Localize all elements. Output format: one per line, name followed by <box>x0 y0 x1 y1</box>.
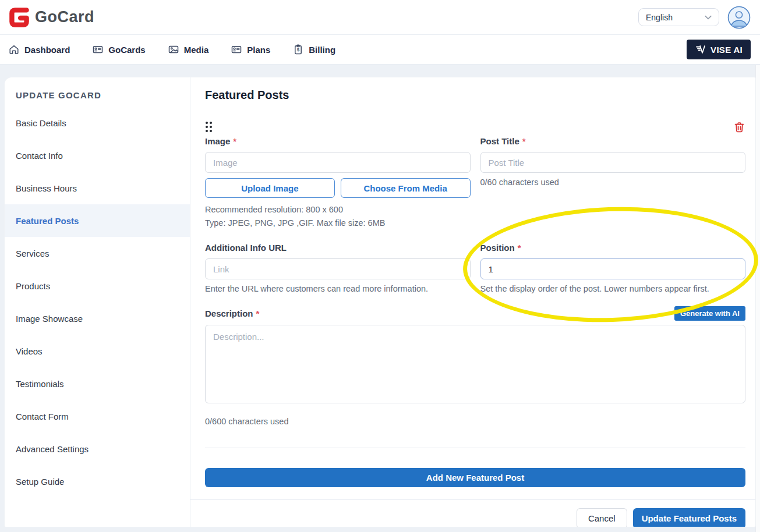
section-divider <box>205 448 745 448</box>
svg-text:$: $ <box>297 47 300 52</box>
description-counter: 0/600 characters used <box>205 417 745 426</box>
nav-item-dashboard[interactable]: Dashboard <box>8 44 70 55</box>
image-label: Image* <box>205 136 471 146</box>
post-title-label: Post Title* <box>480 136 746 146</box>
sidebar-item-services[interactable]: Services <box>5 237 190 269</box>
nav-label: Plans <box>247 45 270 55</box>
id-card-icon <box>231 44 242 55</box>
main-content: Featured Posts <box>190 77 755 527</box>
sidebar-item-business-hours[interactable]: Business Hours <box>5 172 190 204</box>
cancel-button[interactable]: Cancel <box>577 508 627 527</box>
sidebar-item-products[interactable]: Products <box>5 269 190 302</box>
trash-icon <box>733 126 745 135</box>
additional-url-field-group: Additional Info URL Enter the URL where … <box>205 243 471 293</box>
scrollbar-track[interactable] <box>755 65 760 532</box>
nav-item-media[interactable]: Media <box>168 44 209 55</box>
generate-with-ai-button[interactable]: Generate with AI <box>674 306 745 321</box>
post-title-input[interactable] <box>480 152 746 173</box>
language-select[interactable]: English <box>638 8 719 26</box>
sidebar-item-featured-posts[interactable]: Featured Posts <box>5 204 190 237</box>
additional-url-input[interactable] <box>205 258 471 279</box>
home-icon <box>8 44 20 55</box>
sidebar-item-contact-info[interactable]: Contact Info <box>5 139 190 172</box>
required-mark: * <box>256 308 260 318</box>
description-field-group: Description* Generate with AI 0/600 char… <box>205 306 745 426</box>
user-avatar[interactable] <box>727 6 751 29</box>
update-featured-posts-button[interactable]: Update Featured Posts <box>633 508 745 527</box>
position-label: Position* <box>480 243 746 253</box>
position-field-group: Position* Set the display order of the p… <box>480 243 746 293</box>
image-icon <box>168 44 179 55</box>
description-label: Description* <box>205 308 259 318</box>
sidebar-item-contact-form[interactable]: Contact Form <box>5 400 190 432</box>
main-navbar: Dashboard GoCards Media <box>0 35 760 65</box>
image-type-helper: Type: JPEG, PNG, JPG ,GIF. Max file size… <box>205 217 471 230</box>
sidebar-item-testimonials[interactable]: Testimonials <box>5 367 190 400</box>
nav-label: Billing <box>309 45 335 55</box>
image-field-group: Image* Upload Image Choose From Media Re… <box>205 136 471 230</box>
additional-url-label: Additional Info URL <box>205 243 471 253</box>
vise-ai-button[interactable]: VISE AI <box>687 40 751 59</box>
sidebar-item-videos[interactable]: Videos <box>5 335 190 367</box>
required-mark: * <box>233 136 236 146</box>
nav-label: Media <box>184 45 209 55</box>
required-mark: * <box>518 243 521 253</box>
nav-item-plans[interactable]: Plans <box>231 44 270 55</box>
content-card: UPDATE GOCARD Basic Details Contact Info… <box>5 77 755 527</box>
post-title-field-group: Post Title* 0/60 characters used <box>480 136 746 230</box>
sidebar-item-basic-details[interactable]: Basic Details <box>5 107 190 139</box>
sidebar-item-image-showcase[interactable]: Image Showcase <box>5 302 190 335</box>
page-body: UPDATE GOCARD Basic Details Contact Info… <box>0 65 760 532</box>
vise-ai-label: VISE AI <box>710 45 743 55</box>
delete-post-button[interactable] <box>733 121 745 133</box>
position-input[interactable] <box>480 258 746 279</box>
sidebar-item-advanced-settings[interactable]: Advanced Settings <box>5 432 190 465</box>
position-helper: Set the display order of the post. Lower… <box>480 284 746 293</box>
nav-label: GoCards <box>108 45 145 55</box>
post-title-counter: 0/60 characters used <box>480 178 746 187</box>
upload-image-button[interactable]: Upload Image <box>205 178 335 198</box>
required-mark: * <box>522 136 526 146</box>
vise-ai-icon <box>695 44 706 55</box>
image-resolution-helper: Recommended resolution: 800 x 600 <box>205 203 471 217</box>
billing-icon: $ <box>292 44 304 55</box>
description-textarea[interactable] <box>205 325 745 403</box>
brand-name: GoCard <box>35 8 94 26</box>
chevron-down-icon <box>705 15 712 20</box>
additional-url-helper: Enter the URL where customers can read m… <box>205 284 471 293</box>
nav-label: Dashboard <box>24 45 70 55</box>
settings-sidebar: UPDATE GOCARD Basic Details Contact Info… <box>5 77 190 527</box>
image-input[interactable] <box>205 152 471 173</box>
sidebar-title: UPDATE GOCARD <box>5 88 190 102</box>
add-new-featured-post-button[interactable]: Add New Featured Post <box>205 468 745 487</box>
gocard-logo-icon <box>7 5 31 30</box>
choose-from-media-button[interactable]: Choose From Media <box>341 178 471 198</box>
top-header: GoCard English <box>0 0 760 35</box>
form-footer: Cancel Update Featured Posts <box>190 499 755 527</box>
page-title: Featured Posts <box>205 88 745 102</box>
nav-item-gocards[interactable]: GoCards <box>92 44 145 55</box>
brand-logo[interactable]: GoCard <box>7 5 94 30</box>
id-card-icon <box>92 44 104 55</box>
language-value: English <box>646 13 673 22</box>
sidebar-item-setup-guide[interactable]: Setup Guide <box>5 465 190 498</box>
drag-handle[interactable] <box>205 121 213 133</box>
nav-item-billing[interactable]: $ Billing <box>292 44 335 55</box>
